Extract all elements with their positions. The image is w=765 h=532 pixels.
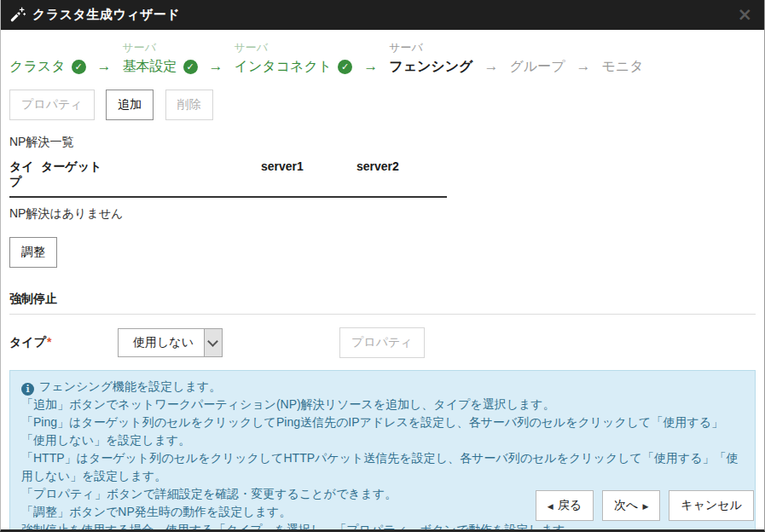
selected-value: 使用しない (119, 329, 204, 356)
info-line: 「Ping」はターゲット列のセルをクリックしてPing送信先のIPアドレスを設定… (21, 413, 744, 449)
tune-button[interactable]: 調整 (9, 237, 57, 268)
cluster-wizard-dialog: クラスタ生成ウィザード × クラスタ ✓ → サーバ 基本設定 ✓ (0, 0, 765, 532)
step-arrow-icon: → (484, 40, 498, 76)
check-icon: ✓ (72, 60, 86, 74)
col-header-type: タイプ (9, 159, 41, 190)
np-empty-message: NP解決はありません (9, 198, 447, 228)
col-header-server1: server1 (261, 159, 356, 190)
step-cluster: クラスタ ✓ (9, 40, 86, 76)
step-arrow-icon: → (97, 40, 112, 76)
check-icon: ✓ (183, 60, 198, 74)
step-label: フェンシング (389, 57, 472, 76)
step-label: インタコネクト (235, 57, 333, 76)
np-table-header: タイプ ターゲット server1 server2 (9, 155, 447, 198)
np-toolbar: プロパティ 追加 削除 (9, 90, 756, 120)
step-interconnect: サーバ インタコネクト ✓ (235, 40, 353, 76)
col-header-server2: server2 (356, 159, 447, 190)
step-group: グループ (509, 40, 565, 76)
step-label: モニタ (602, 57, 644, 76)
info-line: 強制停止を使用する場合、使用する「タイプ」を選択し、「プロパティ」ボタンで動作を… (21, 521, 744, 532)
add-button[interactable]: 追加 (106, 90, 154, 120)
step-fencing: サーバ フェンシング (389, 40, 472, 76)
step-label: 基本設定 (123, 57, 177, 76)
next-button[interactable]: 次へ▶ (602, 490, 660, 521)
step-label: グループ (509, 57, 565, 76)
wizard-footer: ◀戻る 次へ▶ キャンセル (536, 490, 754, 521)
check-icon: ✓ (338, 60, 352, 74)
info-icon: i (21, 383, 34, 396)
forced-stop-divider (9, 314, 756, 315)
delete-button[interactable]: 削除 (165, 90, 213, 120)
step-basic-settings: サーバ 基本設定 ✓ (123, 40, 198, 76)
chevron-down-icon (204, 329, 222, 356)
col-header-target: ターゲット (41, 159, 261, 190)
next-arrow-icon: ▶ (642, 502, 648, 511)
forced-stop-type-label: タイプ* (9, 335, 118, 350)
step-monitor: モニタ (602, 40, 644, 76)
dialog-titlebar: クラスタ生成ウィザード × (1, 0, 764, 30)
info-line: 「追加」ボタンでネットワークパーティション(NP)解決リソースを追加し、タイプを… (21, 396, 744, 413)
forced-stop-type-row: タイプ* 使用しない プロパティ (9, 327, 756, 358)
info-line: 「HTTP」はターゲット列のセルをクリックしてHTTPパケット送信先を設定し、各… (21, 449, 744, 485)
step-arrow-icon: → (577, 40, 591, 76)
cancel-button[interactable]: キャンセル (669, 490, 754, 521)
forced-stop-property-button[interactable]: プロパティ (339, 327, 425, 358)
forced-stop-type-select[interactable]: 使用しない (118, 328, 223, 357)
close-icon[interactable]: × (737, 6, 752, 24)
np-table: タイプ ターゲット server1 server2 NP解決はありません (9, 155, 447, 228)
step-arrow-icon: → (209, 40, 223, 76)
wizard-stepper: クラスタ ✓ → サーバ 基本設定 ✓ → サーバ インタコネクト (9, 40, 756, 76)
wizard-wand-icon (9, 7, 26, 23)
forced-stop-heading: 強制停止 (9, 292, 756, 307)
dialog-title: クラスタ生成ウィザード (32, 7, 180, 23)
np-list-caption: NP解決一覧 (9, 135, 756, 150)
required-mark: * (47, 335, 51, 349)
property-button[interactable]: プロパティ (9, 90, 95, 120)
back-button[interactable]: ◀戻る (536, 490, 594, 521)
info-line: iフェンシング機能を設定します。 (21, 378, 744, 396)
back-arrow-icon: ◀ (548, 502, 553, 511)
step-label: クラスタ (9, 57, 66, 76)
step-arrow-icon: → (363, 40, 378, 76)
